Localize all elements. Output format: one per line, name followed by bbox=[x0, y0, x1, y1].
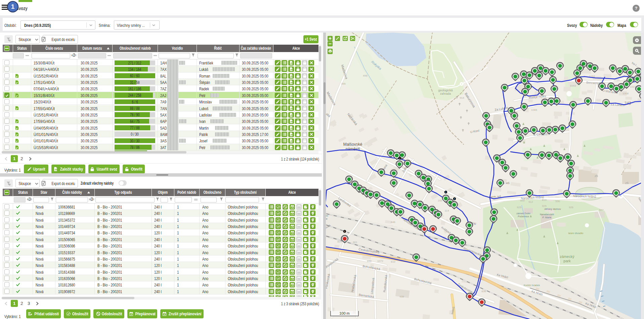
svg-text:530: 530 bbox=[555, 200, 560, 203]
svg-text:846: 846 bbox=[391, 221, 395, 224]
svg-text:927: 927 bbox=[599, 209, 604, 212]
svg-text:496: 496 bbox=[363, 74, 368, 77]
svg-text:Malšovské: Malšovské bbox=[343, 142, 362, 147]
svg-text:1043: 1043 bbox=[570, 84, 576, 87]
svg-text:836: 836 bbox=[481, 290, 486, 293]
svg-text:ZŠ: ZŠ bbox=[625, 182, 629, 185]
svg-text:Počernice: Počernice bbox=[518, 215, 529, 218]
svg-text:!: ! bbox=[399, 157, 400, 160]
svg-text:914: 914 bbox=[460, 96, 464, 99]
svg-text:náměstí: náměstí bbox=[346, 147, 360, 151]
svg-text:Kočičí hrádek: Kočičí hrádek bbox=[524, 284, 540, 287]
svg-text:!: ! bbox=[454, 197, 455, 200]
svg-text:!: ! bbox=[445, 191, 446, 194]
svg-text:dětský domov: dětský domov bbox=[544, 208, 561, 211]
svg-text:448: 448 bbox=[367, 260, 372, 263]
svg-text:395: 395 bbox=[341, 82, 346, 85]
svg-text:926: 926 bbox=[569, 206, 573, 209]
svg-text:1023: 1023 bbox=[630, 85, 636, 88]
svg-text:610: 610 bbox=[391, 260, 395, 263]
svg-text:zámek Dolní: zámek Dolní bbox=[516, 212, 531, 215]
svg-text:200: 200 bbox=[438, 199, 442, 202]
svg-text:Dolní: Dolní bbox=[326, 214, 329, 217]
svg-text:925: 925 bbox=[517, 206, 521, 209]
svg-text:park: park bbox=[563, 259, 571, 263]
svg-text:901: 901 bbox=[353, 241, 357, 244]
svg-text:nice: nice bbox=[326, 217, 328, 220]
svg-text:geologická: geologická bbox=[438, 89, 453, 92]
svg-text:zahrada: zahrada bbox=[440, 92, 451, 95]
svg-text:114: 114 bbox=[445, 209, 449, 212]
svg-text:lesní divadlo: lesní divadlo bbox=[568, 232, 584, 235]
svg-text:zámecký: zámecký bbox=[560, 255, 574, 259]
svg-text:500: 500 bbox=[520, 199, 525, 202]
svg-text:!: ! bbox=[344, 230, 345, 233]
svg-text:ZŠ: ZŠ bbox=[595, 175, 598, 178]
svg-text:813: 813 bbox=[542, 198, 547, 201]
svg-text:925: 925 bbox=[542, 204, 547, 208]
svg-text:1065: 1065 bbox=[531, 108, 537, 111]
svg-text:1008: 1008 bbox=[622, 92, 629, 95]
svg-text:824: 824 bbox=[337, 240, 342, 243]
svg-text:1072: 1072 bbox=[377, 260, 383, 263]
svg-text:P. Marie: P. Marie bbox=[543, 216, 552, 219]
svg-text:939: 939 bbox=[399, 295, 404, 298]
svg-text:Nanebevzetí: Nanebevzetí bbox=[540, 213, 554, 216]
svg-text:512: 512 bbox=[528, 200, 533, 203]
